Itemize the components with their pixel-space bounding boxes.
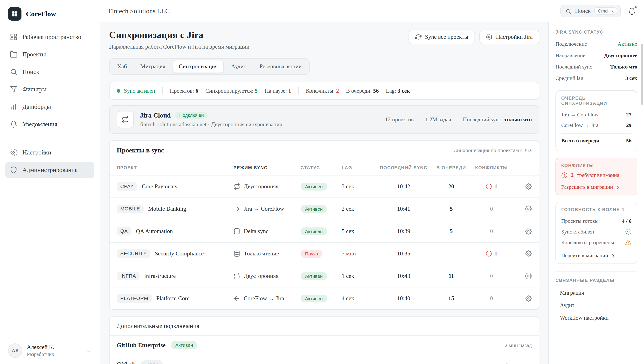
tab-sync[interactable]: Синхронизация — [173, 60, 224, 73]
project-settings-button[interactable] — [525, 183, 532, 190]
sync-mode-label: Только чтение — [244, 250, 279, 257]
sidebar-item-dashboards[interactable]: Дашборды — [5, 98, 94, 115]
avatar: АК — [8, 343, 22, 358]
project-settings-button[interactable] — [525, 295, 532, 302]
status-metric: На паузе: 1 — [265, 88, 291, 94]
section-title: ОЧЕРЕДЬ СИНХРОНИЗАЦИИ — [561, 96, 632, 106]
lag-value: 7 мин — [342, 250, 376, 257]
jira-connection-card[interactable]: Jira Cloud Подключен fintech-solutions.a… — [109, 105, 539, 134]
project-row-qa[interactable]: QAQA Automation Delta sync Активен 5 сек… — [110, 220, 539, 242]
project-key-badge: PLATFORM — [117, 294, 152, 303]
connection-status-pill: Активен — [171, 341, 198, 349]
project-settings-button[interactable] — [525, 273, 532, 279]
stat-value: 27 — [626, 112, 632, 118]
sidebar-item-filters[interactable]: Фильтры — [5, 81, 94, 98]
project-settings-button[interactable] — [525, 250, 532, 257]
status-pill: Активен — [300, 205, 327, 213]
sidebar-item-projects[interactable]: Проекты — [5, 46, 94, 63]
tab-audit[interactable]: Аудит — [225, 60, 252, 73]
go-to-migration-link[interactable]: Перейти к миграции — [561, 252, 632, 258]
sidebar-item-label: Администрирование — [22, 166, 78, 173]
column-header: РЕЖИМ SYNC — [234, 165, 300, 170]
sidebar-item-label: Фильтры — [22, 86, 46, 93]
sync-active-indicator: Sync активен — [117, 88, 155, 94]
connection-row[interactable]: GitLabПауза3 дня назад — [110, 354, 539, 364]
last-sync-value: 10:39 — [376, 228, 432, 235]
sidebar-item-label: Дашборды — [22, 103, 51, 110]
stat-label: Средний lag — [556, 75, 583, 81]
conflicts-cell: 1 — [471, 250, 512, 257]
project-settings-button[interactable] — [525, 206, 532, 212]
page-header: Синхронизация с Jira Параллельная работа… — [109, 30, 539, 50]
connection-row[interactable]: GitHub EnterpriseАктивен2 мин назад — [110, 335, 539, 354]
page-titles: Синхронизация с Jira Параллельная работа… — [109, 30, 249, 50]
sync-mode-label: Двусторонняя — [244, 273, 278, 279]
resolve-conflicts-link[interactable]: Разрешить в миграции — [561, 184, 632, 190]
section-title: JIRA SYNC СТАТУС — [556, 30, 637, 35]
sync-all-projects-button[interactable]: Sync все проекты — [408, 30, 475, 44]
sidebar-item-label: Проекты — [22, 51, 46, 58]
user-menu[interactable]: АК Алексей К. Разработчик — [5, 337, 94, 359]
table-header-row: ПРОЕКТРЕЖИМ SYNCСТАТУСLAGПОСЛЕДНИЙ SYNCВ… — [110, 160, 539, 175]
conflicts-card: КОНФЛИКТЫ 2 требуют внимания Разрешить в… — [556, 158, 637, 196]
tab-hub[interactable]: Хаб — [111, 60, 133, 73]
sidebar-item-settings[interactable]: Настройки — [5, 144, 94, 161]
page-title: Синхронизация с Jira — [109, 30, 249, 40]
project-settings-button[interactable] — [525, 228, 532, 235]
chevron-down-icon — [86, 346, 92, 355]
stat-row: Средний lag3 сек — [556, 73, 637, 84]
related-link[interactable]: Аудит — [556, 299, 637, 312]
sync-mode-label: CoreFlow → Jira — [244, 295, 284, 302]
sidebar-item-search[interactable]: Поиск — [5, 64, 94, 80]
conflicts-cell: 0 — [471, 228, 512, 235]
sidebar-item-notifications[interactable]: Уведомления — [5, 116, 94, 132]
status-metric: Синхронизируются: 5 — [205, 88, 258, 94]
column-header: LAG — [342, 165, 376, 170]
project-row-security[interactable]: SECURITYSecurity Compliance Только чтени… — [110, 242, 539, 265]
button-label: Настройки Jira — [496, 34, 533, 40]
bar-chart-icon — [10, 103, 18, 111]
readiness-row: Sync стабилен — [561, 226, 632, 237]
gear-icon — [486, 34, 492, 40]
jira-settings-button[interactable]: Настройки Jira — [480, 30, 539, 44]
app-name: CoreFlow — [26, 10, 56, 18]
queue-rows: Jira → CoreFlow27CoreFlow → Jira29Всего … — [561, 109, 632, 146]
project-row-infra[interactable]: INFRAInfrastructure Двусторонняя Активен… — [110, 265, 539, 287]
app-window: CoreFlow Рабочее пространствоПроектыПоис… — [0, 0, 644, 364]
connection-name: GitLab — [117, 361, 136, 364]
chevron-right-icon — [615, 185, 620, 190]
stat-label: Последний sync — [556, 64, 592, 70]
sidebar-item-admin[interactable]: Администрирование — [5, 162, 94, 178]
stat-value: Активно — [618, 41, 637, 47]
tab-backups[interactable]: Резервные копии — [253, 60, 308, 73]
status-metric: Конфликты: 2 — [306, 88, 339, 94]
project-row-cpay[interactable]: CPAYCore Payments Двусторонняя Активен 3… — [110, 175, 539, 198]
app-logo[interactable]: CoreFlow — [5, 6, 94, 29]
project-row-platform[interactable]: PLATFORMPlatform Core CoreFlow → Jira Ак… — [110, 287, 539, 309]
lag-value: 4 сек — [342, 295, 376, 302]
page-actions: Sync все проектыНастройки Jira — [408, 30, 539, 44]
notifications-button[interactable] — [628, 7, 636, 16]
sidebar-item-workspace[interactable]: Рабочее пространство — [5, 29, 94, 45]
search-icon — [565, 8, 572, 15]
two-way-sync-icon — [234, 273, 240, 279]
search-icon — [10, 68, 18, 76]
scrollbar[interactable] — [641, 44, 643, 105]
queue-value: 11 — [432, 273, 471, 279]
status-pill: Активен — [300, 295, 327, 302]
sidebar-item-label: Уведомления — [22, 121, 57, 128]
search-input[interactable]: Поиск Cmd+K — [560, 5, 621, 17]
related-link[interactable]: Workflow настройки — [556, 312, 637, 324]
projects-card-title: Проекты в sync — [117, 146, 164, 154]
related-link[interactable]: Миграция — [556, 287, 637, 299]
status-metric: Проектов: 6 — [170, 88, 198, 94]
project-key-badge: INFRA — [117, 272, 140, 280]
stat-row: НаправлениеДвустороннее — [556, 50, 637, 61]
project-row-mobile[interactable]: MOBILEMobile Banking Jira → CoreFlow Акт… — [110, 198, 539, 220]
alert-circle-icon — [486, 183, 492, 190]
project-key-badge: CPAY — [117, 182, 137, 191]
tab-migration[interactable]: Миграция — [134, 60, 172, 73]
alert-triangle-icon — [625, 239, 632, 246]
sidebar-nav: Рабочее пространствоПроектыПоискФильтрыД… — [5, 29, 94, 337]
stat-row: Jira → CoreFlow27 — [561, 109, 632, 120]
